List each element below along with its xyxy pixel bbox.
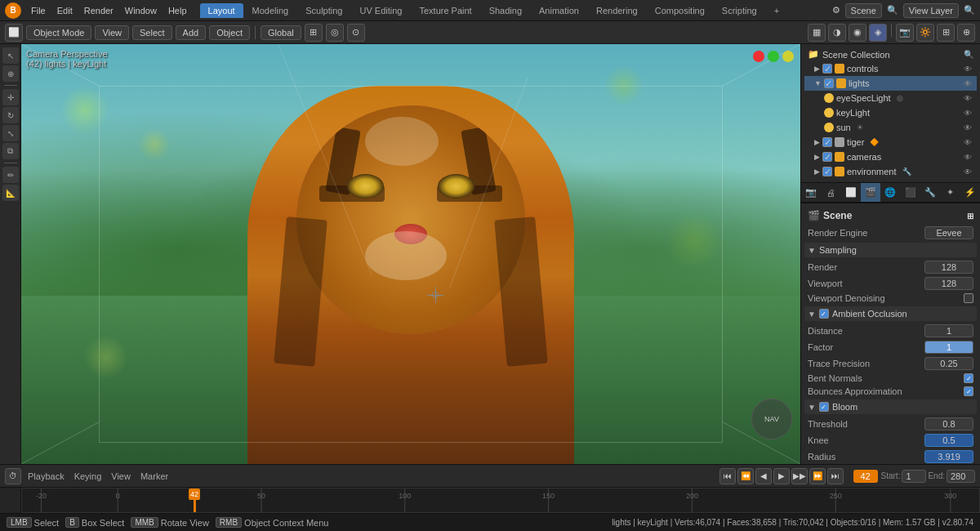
bloom-knee-value[interactable]: 0.5 (924, 434, 973, 447)
lights-visibility[interactable]: 👁 (962, 78, 973, 89)
eyespeclight-visibility[interactable]: 👁 (962, 92, 973, 104)
tool-scale[interactable]: ⤡ (2, 125, 19, 141)
bent-normals-checkbox[interactable]: ✓ (964, 373, 973, 383)
overlay-icon[interactable]: ⊞ (937, 24, 955, 42)
pivot-icon[interactable]: ⊙ (347, 24, 365, 42)
sampling-viewport-value[interactable]: 128 (924, 277, 973, 290)
scene-search-icon[interactable]: 🔍 (887, 5, 898, 16)
tool-measure[interactable]: 📐 (2, 185, 19, 201)
prop-modifier-icon[interactable]: 🔧 (920, 183, 940, 203)
bloom-section-header[interactable]: ▼ ✓ Bloom (804, 399, 977, 414)
bounces-checkbox[interactable]: ✓ (964, 386, 973, 396)
viewport-shading-wire[interactable]: ▦ (808, 24, 826, 42)
outliner-item-keylight[interactable]: keyLight 👁 (804, 105, 977, 120)
workspace-texture-paint[interactable]: Texture Paint (411, 3, 479, 18)
transform-selector[interactable]: Global (261, 25, 301, 40)
marker-menu[interactable]: Marker (137, 471, 172, 481)
tiger-visibility[interactable]: 👁 (962, 136, 973, 148)
play-forward-btn[interactable]: ▶▶ (791, 468, 808, 484)
view-menu-timeline[interactable]: View (108, 471, 134, 481)
jump-next-keyframe-btn[interactable]: ⏩ (809, 468, 826, 484)
editor-type-icon[interactable]: ⬜ (5, 24, 23, 42)
jump-start-btn[interactable]: ⏮ (719, 468, 736, 484)
menu-help[interactable]: Help (163, 4, 192, 17)
tiger-checkbox[interactable]: ✓ (822, 137, 832, 147)
controls-checkbox[interactable]: ✓ (822, 64, 832, 74)
object-menu[interactable]: Object (209, 25, 250, 40)
gizmo-icon[interactable]: ⊕ (957, 24, 975, 42)
menu-edit[interactable]: Edit (52, 4, 78, 17)
workspace-modeling[interactable]: Modeling (244, 3, 297, 18)
env-visibility[interactable]: 👁 (962, 166, 973, 177)
prop-output-icon[interactable]: 🖨 (821, 183, 840, 203)
mode-selector[interactable]: Object Mode (26, 25, 91, 40)
workspace-uv-editing[interactable]: UV Editing (351, 3, 410, 18)
outliner-item-controls[interactable]: ▶ ✓ controls 👁 (804, 61, 977, 76)
workspace-add[interactable]: + (766, 3, 787, 18)
outliner-filter-icon[interactable]: 🔍 (964, 50, 973, 59)
view-layer-search-icon[interactable]: 🔍 (964, 5, 975, 16)
outliner-item-cameras[interactable]: ▶ ✓ cameras 👁 (804, 149, 977, 164)
camera-view-icon[interactable]: 📷 (896, 24, 914, 42)
tool-cursor[interactable]: ⊕ (2, 65, 19, 82)
sun-visibility[interactable]: 👁 (962, 122, 973, 133)
scene-selector[interactable]: Scene (845, 3, 882, 18)
env-checkbox[interactable]: ✓ (822, 167, 832, 176)
viewport-shading-rendered[interactable]: ◈ (869, 24, 887, 42)
cameras-visibility[interactable]: 👁 (962, 151, 973, 163)
ao-enabled-checkbox[interactable]: ✓ (819, 309, 829, 319)
timeline-type-icon[interactable]: ⏱ (5, 468, 21, 484)
scene-props-expand-icon[interactable]: ⊞ (967, 212, 973, 221)
snap-icon[interactable]: ⊞ (305, 24, 323, 42)
outliner-item-lights[interactable]: ▼ ✓ lights 👁 (804, 76, 977, 91)
prop-scene-icon[interactable]: 🎬 (861, 183, 880, 203)
proportional-edit-icon[interactable]: ◎ (326, 24, 344, 42)
view-menu[interactable]: View (95, 25, 129, 40)
current-frame-display[interactable]: 42 (853, 470, 878, 483)
outliner-item-sun[interactable]: sun ☀ 👁 (804, 120, 977, 135)
jump-prev-keyframe-btn[interactable]: ⏪ (737, 468, 754, 484)
workspace-animation[interactable]: Animation (531, 3, 587, 18)
play-btn[interactable]: ▶ (773, 468, 790, 484)
bloom-threshold-value[interactable]: 0.8 (924, 417, 973, 431)
controls-visibility[interactable]: 👁 (962, 63, 973, 74)
prop-render-icon[interactable]: 📷 (801, 183, 821, 203)
lights-checkbox[interactable]: ✓ (824, 78, 834, 88)
end-frame-input[interactable]: 280 (947, 470, 975, 483)
viewport-denoising-checkbox[interactable] (964, 293, 973, 303)
sampling-render-value[interactable]: 128 (924, 261, 973, 274)
keying-menu[interactable]: Keying (71, 471, 105, 481)
ao-distance-value[interactable]: 1 (924, 324, 973, 337)
tool-annotate[interactable]: ✏ (2, 167, 19, 183)
playback-menu[interactable]: Playback (24, 471, 68, 481)
tool-rotate[interactable]: ↻ (2, 107, 19, 123)
viewport-shading-solid[interactable]: ◑ (828, 24, 846, 42)
viewport-nav-gizmo[interactable]: NAV (751, 399, 792, 440)
bloom-enabled-checkbox[interactable]: ✓ (819, 402, 829, 412)
prop-object-icon[interactable]: ⬛ (901, 183, 920, 203)
workspace-compositing[interactable]: Compositing (647, 3, 713, 18)
playhead-marker[interactable]: 42 (189, 489, 200, 500)
prop-view-layer-icon[interactable]: ⬜ (841, 183, 861, 203)
cameras-checkbox[interactable]: ✓ (822, 152, 832, 162)
tool-select[interactable]: ↖ (2, 47, 19, 64)
tool-move[interactable]: ✛ (2, 89, 19, 105)
workspace-scripting[interactable]: Scripting (714, 3, 765, 18)
workspace-sculpting[interactable]: Sculpting (297, 3, 350, 18)
prop-particles-icon[interactable]: ✦ (940, 183, 960, 203)
menu-window[interactable]: Window (120, 4, 162, 17)
ao-section-header[interactable]: ▼ ✓ Ambient Occlusion (804, 306, 977, 321)
outliner-item-eyespeclight[interactable]: eyeSpecLight ◎ 👁 (804, 91, 977, 105)
workspace-shading[interactable]: Shading (481, 3, 530, 18)
viewport[interactable]: Camera Perspective (42) lights | keyLigh… (21, 44, 800, 464)
select-menu[interactable]: Select (132, 25, 172, 40)
view-layer-selector[interactable]: View Layer (903, 3, 959, 18)
workspace-layout[interactable]: Layout (200, 3, 243, 18)
render-icon[interactable]: 🔆 (916, 24, 934, 42)
ao-factor-value[interactable]: 1 (924, 341, 973, 354)
menu-file[interactable]: File (26, 4, 51, 17)
ao-trace-value[interactable]: 0.25 (924, 357, 973, 370)
tool-transform[interactable]: ⧉ (2, 143, 19, 159)
jump-end-btn[interactable]: ⏭ (827, 468, 844, 484)
play-back-btn[interactable]: ◀ (755, 468, 772, 484)
